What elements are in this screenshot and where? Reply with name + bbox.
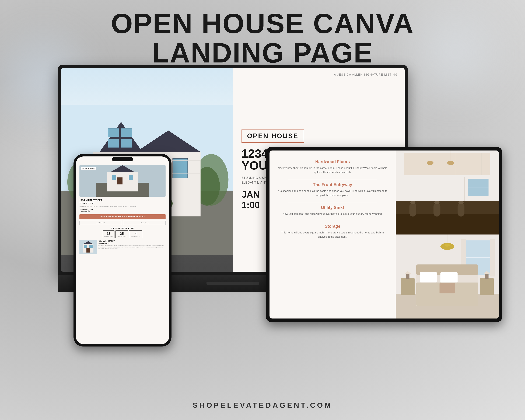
phone-city: YOUR CITY, ST bbox=[79, 202, 166, 205]
tablet-features: Hardwood Floors Never worry about hidden… bbox=[270, 150, 396, 318]
svg-rect-73 bbox=[434, 201, 440, 204]
svg-rect-49 bbox=[112, 175, 116, 180]
tablet-device: Hardwood Floors Never worry about hidden… bbox=[266, 147, 502, 322]
svg-rect-71 bbox=[410, 201, 415, 204]
phone-content: OPEN HOUSE 1234 MAIN STREET YOUR CITY, S… bbox=[76, 157, 169, 258]
phone-logos-row: LOGO HERE LOGO HERE bbox=[79, 221, 166, 225]
tablet-screen: Hardwood Floors Never worry about hidden… bbox=[270, 150, 499, 318]
tablet-feature-4: Storage This home utilizes every square … bbox=[277, 224, 388, 239]
garage-value: 4 bbox=[131, 232, 141, 236]
svg-rect-10 bbox=[121, 129, 132, 137]
footer-domain: SHOPELEVATEDAGENT.COM bbox=[0, 401, 525, 410]
svg-rect-98 bbox=[406, 274, 409, 279]
phone-device: OPEN HOUSE 1234 MAIN STREET YOUR CITY, S… bbox=[74, 154, 171, 346]
phone-address: 1234 MAIN STREET bbox=[79, 199, 166, 202]
svg-rect-74 bbox=[458, 203, 464, 217]
phone-logo-2: LOGO HERE bbox=[123, 221, 166, 225]
phone-property-photo-svg bbox=[79, 240, 97, 254]
time-partial: 1:00 bbox=[242, 200, 260, 210]
svg-rect-93 bbox=[440, 272, 458, 282]
phone-logo-1: LOGO HERE bbox=[79, 221, 122, 225]
date-partial: JAN bbox=[242, 189, 260, 199]
phone-house-svg bbox=[79, 165, 166, 197]
svg-rect-69 bbox=[396, 214, 499, 234]
title-line-1: OPEN HOUSE CANVA bbox=[0, 9, 525, 38]
tablet-kitchen-photo bbox=[396, 150, 499, 234]
feature-3-text: Now you can soak and rinse without ever … bbox=[277, 212, 388, 216]
feature-2-title: The Front Entryway bbox=[277, 182, 388, 187]
svg-rect-70 bbox=[409, 203, 416, 217]
phone-garage: 4 CAR GARAGE bbox=[129, 231, 142, 238]
phone-property-section: 1234 MAIN STREET YOUR CITY, ST Stunning … bbox=[79, 240, 166, 254]
phone-bathrooms: 25 BATHROOMS bbox=[115, 231, 128, 238]
feature-1-title: Hardwood Floors bbox=[277, 159, 388, 164]
bedrooms-value: 15 bbox=[104, 232, 113, 236]
phone-open-badge: OPEN HOUSE bbox=[81, 167, 96, 170]
feature-2-text: It is spacious and can handle all the co… bbox=[277, 189, 388, 197]
svg-rect-97 bbox=[480, 278, 494, 295]
phone-notch bbox=[112, 157, 133, 161]
tablet-photos bbox=[396, 150, 499, 318]
svg-rect-92 bbox=[420, 272, 437, 282]
svg-rect-12 bbox=[121, 139, 132, 148]
svg-point-84 bbox=[445, 244, 450, 247]
open-house-badge: OPEN HOUSE bbox=[242, 130, 304, 143]
svg-rect-75 bbox=[458, 201, 463, 204]
tablet-feature-2: The Front Entryway It is spacious and ca… bbox=[277, 182, 388, 197]
bathrooms-value: 25 bbox=[117, 232, 127, 236]
phone-property-desc: Stunning & Spacious Lauren's Bay Villa W… bbox=[98, 244, 166, 250]
phone-numbers-row: 15 BEDROOMS 25 BATHROOMS 4 CAR GARAGE bbox=[79, 231, 166, 238]
phone-description: Stunning & Spacious Lauren's Bay Villa W… bbox=[79, 205, 166, 207]
svg-rect-72 bbox=[433, 203, 440, 217]
phone-property-info: 1234 MAIN STREET YOUR CITY, ST Stunning … bbox=[98, 240, 166, 254]
phone-property-city: YOUR CITY, ST bbox=[98, 243, 166, 244]
bedrooms-label: BEDROOMS bbox=[104, 236, 113, 237]
phone-numbers-title: THE NUMBERS DON'T LIE bbox=[79, 227, 166, 229]
bathrooms-label: BATHROOMS bbox=[117, 236, 127, 237]
laptop-hinge bbox=[206, 282, 259, 285]
kitchen-svg bbox=[396, 150, 499, 234]
tablet-feature-3: Utility Sink! Now you can soak and rinse… bbox=[277, 205, 388, 216]
svg-point-65 bbox=[426, 161, 433, 165]
garage-label: CAR GARAGE bbox=[131, 236, 141, 237]
svg-rect-9 bbox=[108, 129, 119, 137]
bedroom-svg bbox=[396, 234, 499, 318]
tablet-divider-1 bbox=[288, 179, 377, 179]
tablet-outer: Hardwood Floors Never worry about hidden… bbox=[266, 147, 502, 322]
feature-4-text: This home utilizes every square inch. Th… bbox=[277, 231, 388, 239]
phone-cta-button[interactable]: CLICK HERE TO SCHEDULE A PRIVATE SHOWING bbox=[79, 214, 166, 219]
title-line-2: LANDING PAGE bbox=[0, 38, 525, 67]
phone-date-text: JANUARY 1, 2000 bbox=[79, 209, 93, 211]
svg-rect-56 bbox=[89, 245, 93, 248]
feature-3-title: Utility Sink! bbox=[277, 205, 388, 210]
phone-date: JANUARY 1, 2000 1:00 - 3:00 PM bbox=[79, 209, 166, 212]
tablet-feature-1: Hardwood Floors Never worry about hidden… bbox=[277, 159, 388, 174]
feature-4-title: Storage bbox=[277, 224, 388, 229]
svg-rect-96 bbox=[401, 278, 415, 295]
tablet-divider-2 bbox=[288, 202, 377, 202]
svg-rect-50 bbox=[129, 175, 133, 180]
svg-rect-48 bbox=[117, 177, 122, 185]
phone-outer: OPEN HOUSE 1234 MAIN STREET YOUR CITY, S… bbox=[74, 154, 171, 346]
svg-rect-54 bbox=[86, 248, 90, 252]
phone-screen: OPEN HOUSE 1234 MAIN STREET YOUR CITY, S… bbox=[76, 157, 169, 344]
phone-bedrooms: 15 BEDROOMS bbox=[103, 231, 114, 238]
open-house-badge-text: OPEN HOUSE bbox=[247, 132, 298, 140]
tablet-divider-3 bbox=[288, 221, 377, 221]
page-title: OPEN HOUSE CANVA LANDING PAGE bbox=[0, 9, 525, 67]
svg-rect-55 bbox=[84, 245, 87, 248]
svg-rect-95 bbox=[440, 283, 455, 293]
phone-time-text: 1:00 - 3:00 PM bbox=[79, 211, 90, 212]
feature-1-text: Never worry about hidden dirt in the car… bbox=[277, 166, 388, 174]
phone-hero-image: OPEN HOUSE bbox=[79, 165, 166, 197]
phone-property-addr: 1234 MAIN STREET bbox=[98, 240, 166, 242]
phone-numbers-section: THE NUMBERS DON'T LIE 15 BEDROOMS 25 BAT… bbox=[79, 227, 166, 238]
svg-rect-58 bbox=[404, 153, 490, 175]
svg-rect-89 bbox=[490, 239, 495, 277]
svg-rect-11 bbox=[108, 139, 119, 148]
svg-point-67 bbox=[447, 161, 454, 165]
svg-rect-100 bbox=[485, 274, 488, 279]
agent-label: A JESSICA ALLEN SIGNATURE LISTING bbox=[334, 73, 398, 76]
tablet-bedroom-photo bbox=[396, 234, 499, 318]
phone-property-photo bbox=[79, 240, 97, 254]
